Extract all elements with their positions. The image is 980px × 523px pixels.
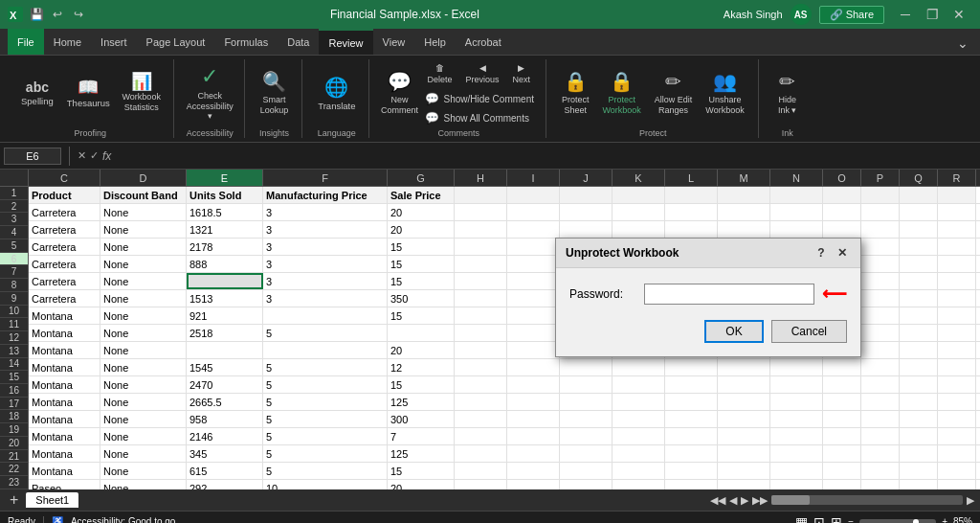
cell-D13[interactable]: None <box>100 394 187 410</box>
cell-Q17[interactable] <box>900 463 938 479</box>
cell-N2[interactable] <box>770 204 823 220</box>
cell-C9[interactable]: Montana <box>29 325 100 341</box>
cell-E2[interactable]: 1618.5 <box>187 204 263 220</box>
row-num-23[interactable]: 23 <box>0 476 28 489</box>
cell-I8[interactable] <box>507 307 560 324</box>
row-num-16[interactable]: 16 <box>0 384 28 398</box>
cell-I15[interactable] <box>507 428 560 444</box>
cell-N18[interactable] <box>770 480 823 489</box>
smart-lookup-button[interactable]: 🔍 SmartLookup <box>255 66 295 120</box>
new-comment-button[interactable]: 💬 NewComment <box>379 66 419 120</box>
cell-F13[interactable]: 5 <box>263 394 388 410</box>
protect-sheet-button[interactable]: 🔒 ProtectSheet <box>556 66 595 120</box>
cell-I12[interactable] <box>507 376 560 393</box>
cell-H12[interactable] <box>455 376 507 393</box>
cell-P11[interactable] <box>861 359 900 375</box>
cell-D10[interactable]: None <box>100 342 187 358</box>
cell-G9[interactable] <box>388 325 455 341</box>
cell-O15[interactable] <box>823 428 861 444</box>
cell-R17[interactable] <box>938 463 976 479</box>
row-num-19[interactable]: 19 <box>0 423 28 437</box>
check-accessibility-button[interactable]: ✓ CheckAccessibility ▾ <box>184 60 236 125</box>
cell-I14[interactable] <box>507 411 560 427</box>
cell-F17[interactable]: 5 <box>263 463 388 479</box>
horizontal-scrollbar[interactable] <box>771 495 963 505</box>
cell-C1[interactable]: Product <box>29 187 100 203</box>
scrollbar-thumb[interactable] <box>771 495 810 505</box>
row-num-5[interactable]: 5 <box>0 239 28 253</box>
row-num-1[interactable]: 1 <box>0 187 28 200</box>
tab-review[interactable]: Review <box>319 29 372 55</box>
cell-O2[interactable] <box>823 204 861 220</box>
cell-O13[interactable] <box>823 394 861 410</box>
cell-L11[interactable] <box>665 359 718 375</box>
tab-acrobat[interactable]: Acrobat <box>456 29 511 55</box>
cell-Q2[interactable] <box>900 204 938 220</box>
cell-H18[interactable] <box>455 480 507 489</box>
cell-R14[interactable] <box>938 411 976 427</box>
cell-P8[interactable] <box>861 307 900 324</box>
cell-I13[interactable] <box>507 394 560 410</box>
cell-R16[interactable] <box>938 445 976 462</box>
zoom-thumb[interactable] <box>913 519 919 524</box>
next-scroll[interactable]: ▶ <box>741 494 748 507</box>
cell-R8[interactable] <box>938 307 976 324</box>
cell-K12[interactable] <box>612 376 665 393</box>
cell-N16[interactable] <box>770 445 823 462</box>
tab-data[interactable]: Data <box>278 29 319 55</box>
cell-E4[interactable]: 2178 <box>187 239 263 255</box>
protect-workbook-button[interactable]: 🔒 ProtectWorkbook <box>596 66 646 120</box>
col-header-k[interactable]: K <box>612 170 665 186</box>
cell-H10[interactable] <box>455 342 507 358</box>
password-input[interactable] <box>644 284 814 305</box>
cell-D2[interactable]: None <box>100 204 187 220</box>
right-end-scroll[interactable]: ▶ <box>967 494 974 507</box>
cell-C8[interactable]: Montana <box>29 307 100 324</box>
cell-D14[interactable]: None <box>100 411 187 427</box>
cell-D15[interactable]: None <box>100 428 187 444</box>
cell-I1[interactable] <box>507 187 560 203</box>
cell-E15[interactable]: 2146 <box>187 428 263 444</box>
close-button[interactable]: ✕ <box>946 0 972 29</box>
cell-I2[interactable] <box>507 204 560 220</box>
row-num-15[interactable]: 15 <box>0 371 28 384</box>
cell-G3[interactable]: 20 <box>388 221 455 238</box>
cell-E1[interactable]: Units Sold <box>187 187 263 203</box>
cell-M3[interactable] <box>718 221 770 238</box>
view-layout-icon[interactable]: ⊡ <box>813 514 825 524</box>
row-num-11[interactable]: 11 <box>0 318 28 331</box>
cell-F18[interactable]: 10 <box>263 480 388 489</box>
fx-icon[interactable]: fx <box>102 149 111 163</box>
thesaurus-button[interactable]: 📖 Thesaurus <box>61 75 116 112</box>
cell-K18[interactable] <box>612 480 665 489</box>
cell-J3[interactable] <box>560 221 612 238</box>
cell-F1[interactable]: Manufacturing Price <box>263 187 388 203</box>
cell-F4[interactable]: 3 <box>263 239 388 255</box>
cell-G13[interactable]: 125 <box>388 394 455 410</box>
cell-F9[interactable]: 5 <box>263 325 388 341</box>
share-button[interactable]: 🔗 Share <box>819 6 884 24</box>
cell-E14[interactable]: 958 <box>187 411 263 427</box>
cell-G1[interactable]: Sale Price <box>388 187 455 203</box>
spelling-button[interactable]: abc Spelling <box>15 77 59 110</box>
cell-D3[interactable]: None <box>100 221 187 238</box>
cell-P9[interactable] <box>861 325 900 341</box>
cell-I4[interactable] <box>507 239 560 255</box>
cell-K17[interactable] <box>612 463 665 479</box>
cell-M12[interactable] <box>718 376 770 393</box>
cell-R5[interactable] <box>938 256 976 272</box>
user-avatar[interactable]: AS <box>791 4 812 25</box>
cell-Q11[interactable] <box>900 359 938 375</box>
cell-P17[interactable] <box>861 463 900 479</box>
cell-P13[interactable] <box>861 394 900 410</box>
cell-O1[interactable] <box>823 187 861 203</box>
cell-reference[interactable]: E6 <box>4 148 61 165</box>
cell-J15[interactable] <box>560 428 612 444</box>
cell-P5[interactable] <box>861 256 900 272</box>
col-header-j[interactable]: J <box>560 170 612 186</box>
cell-C15[interactable]: Montana <box>29 428 100 444</box>
cell-G14[interactable]: 300 <box>388 411 455 427</box>
cell-R13[interactable] <box>938 394 976 410</box>
cell-F5[interactable]: 3 <box>263 256 388 272</box>
cell-F6[interactable]: 3 <box>263 273 388 289</box>
